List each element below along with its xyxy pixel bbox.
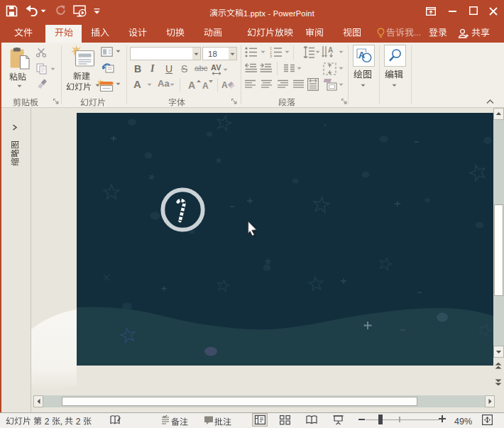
svg-text:A: A — [358, 50, 365, 60]
svg-text:A: A — [328, 46, 333, 54]
svg-text:AV: AV — [211, 63, 221, 72]
svg-text:A: A — [221, 80, 228, 90]
svg-text:A: A — [188, 79, 195, 91]
svg-text:3: 3 — [270, 54, 272, 57]
svg-text:A: A — [202, 81, 209, 91]
